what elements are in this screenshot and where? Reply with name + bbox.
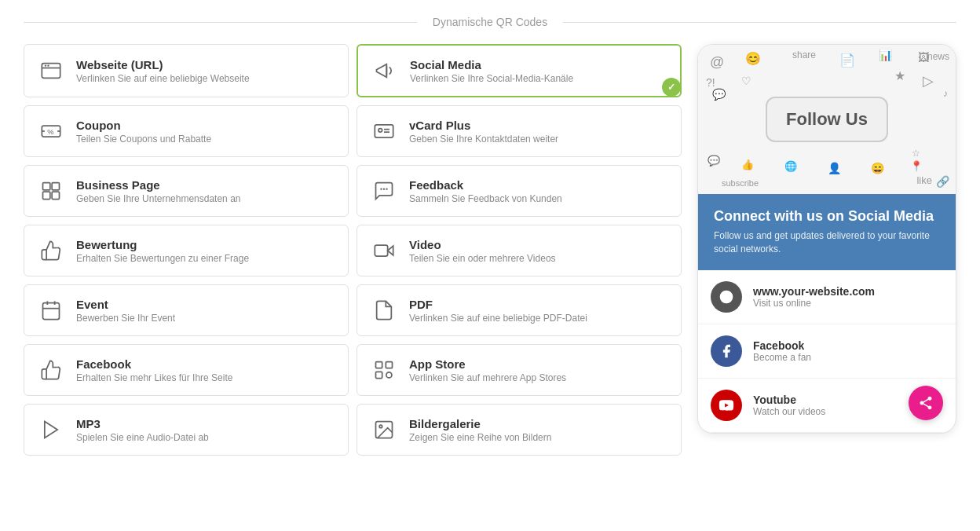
card-desc-mp3: Spielen Sie eine Audio-Datei ab [76, 432, 209, 443]
follow-us-text: Follow Us [786, 109, 868, 129]
card-icon-social-media [371, 57, 399, 85]
card-event[interactable]: Event Bewerben Sie Ihr Event [24, 284, 349, 336]
smiley-icon: 😊 [745, 51, 761, 66]
chat-icon: 💬 [712, 88, 726, 101]
card-desc-vcard: Geben Sie Ihre Kontaktdaten weiter [409, 134, 558, 145]
svg-text:%: % [47, 128, 53, 136]
social-avatar-facebook [711, 335, 742, 367]
chat2-icon: 💬 [708, 155, 720, 167]
page-icon: 📄 [839, 53, 855, 68]
card-title-webseite: Webseite (URL) [76, 58, 250, 71]
card-coupon[interactable]: % Coupon Teilen Sie Coupons und Rabatte [24, 105, 349, 157]
social-info-header: Connect with us on Social Media Follow u… [698, 194, 956, 270]
card-title-bewertung: Bewertung [76, 238, 249, 251]
svg-rect-8 [375, 125, 393, 137]
play-icon: ▷ [923, 72, 934, 90]
card-desc-bewertung: Erhalten Sie Bewertungen zu einer Frage [76, 253, 249, 264]
card-desc-appstore: Verlinken Sie auf mehrere App Stores [409, 372, 566, 383]
svg-marker-29 [45, 422, 57, 438]
star2-icon: ☆ [912, 148, 920, 159]
card-webseite[interactable]: Webseite (URL) Verlinken Sie auf eine be… [24, 44, 349, 97]
svg-rect-19 [375, 245, 387, 256]
news-text-icon: news [927, 51, 949, 62]
card-bewertung[interactable]: Bewertung Erhalten Sie Bewertungen zu ei… [24, 225, 349, 276]
card-icon-facebook [37, 356, 65, 384]
preview-panel: @ 😊 share 📄 📊 🖼 news ?! ♡ ▷ 💬 ♪ 💬 👍 [697, 44, 956, 456]
map-icon: 📍 [910, 160, 923, 172]
card-title-social-media: Social Media [410, 58, 573, 71]
page-title-bar: Dynamische QR Codes [24, 16, 956, 28]
card-social-media[interactable]: Social Media Verlinken Sie Ihre Social-M… [357, 44, 682, 97]
social-avatar-globe [711, 281, 742, 313]
card-business[interactable]: Business Page Geben Sie Ihre Unternehmen… [24, 165, 349, 217]
card-icon-video [370, 236, 398, 265]
card-mp3[interactable]: MP3 Spielen Sie eine Audio-Datei ab [24, 404, 349, 456]
svg-point-9 [378, 129, 382, 133]
card-feedback[interactable]: Feedback Sammeln Sie Feedback von Kunden [357, 165, 682, 217]
svg-point-31 [379, 425, 382, 428]
card-icon-event [37, 296, 65, 324]
card-desc-event: Bewerben Sie Ihr Event [76, 313, 175, 324]
card-icon-appstore [370, 356, 398, 384]
card-icon-vcard [370, 117, 398, 145]
card-desc-webseite: Verlinken Sie auf eine beliebige Webseit… [76, 73, 250, 84]
svg-rect-0 [42, 64, 60, 79]
card-icon-mp3 [37, 416, 65, 444]
card-title-appstore: App Store [409, 357, 566, 371]
svg-rect-15 [52, 192, 59, 199]
social-item-facebook[interactable]: Facebook Become a fan [698, 324, 956, 379]
card-vcard[interactable]: vCard Plus Geben Sie Ihre Kontaktdaten w… [357, 105, 682, 157]
thumb-icon: 👍 [741, 159, 754, 170]
note-icon: ♪ [943, 88, 948, 99]
social-links-wrapper: www.your-website.com Visit us online Fac… [698, 270, 956, 433]
card-desc-bildergalerie: Zeigen Sie eine Reihe von Bildern [409, 432, 551, 443]
social-avatar-youtube [711, 390, 742, 421]
card-appstore[interactable]: App Store Verlinken Sie auf mehrere App … [357, 344, 682, 396]
card-video[interactable]: Video Teilen Sie ein oder mehrere Videos [357, 225, 682, 276]
card-bildergalerie[interactable]: Bildergalerie Zeigen Sie eine Reihe von … [357, 404, 682, 456]
share-fab-button[interactable] [909, 386, 943, 420]
social-link-name-facebook: Facebook [753, 339, 811, 352]
like-text-icon: like [916, 174, 932, 186]
card-title-facebook: Facebook [76, 357, 232, 371]
card-title-mp3: MP3 [76, 417, 209, 430]
social-item-globe[interactable]: www.your-website.com Visit us online [698, 270, 956, 324]
svg-rect-26 [386, 362, 392, 368]
svg-rect-21 [43, 303, 60, 320]
svg-point-28 [386, 372, 392, 378]
share-icon [918, 395, 934, 411]
card-desc-coupon: Teilen Sie Coupons und Rabatte [76, 134, 211, 145]
link-icon: 🔗 [936, 175, 949, 188]
share-text-icon: share [792, 49, 816, 60]
person-icon: 👤 [828, 162, 841, 174]
phone-illustration: @ 😊 share 📄 📊 🖼 news ?! ♡ ▷ 💬 ♪ 💬 👍 [698, 45, 956, 194]
card-desc-social-media: Verlinken Sie Ihre Social-Media-Kanäle [410, 73, 573, 84]
card-pdf[interactable]: PDF Verlinken Sie auf eine beliebige PDF… [357, 284, 682, 336]
card-icon-feedback [370, 177, 398, 205]
svg-rect-25 [376, 362, 382, 368]
page-title: Dynamische QR Codes [417, 16, 563, 28]
card-title-pdf: PDF [409, 298, 587, 311]
social-link-name-globe: www.your-website.com [753, 285, 875, 298]
heart-icon: ♡ [741, 75, 751, 87]
card-title-feedback: Feedback [409, 178, 562, 192]
card-facebook[interactable]: Facebook Erhalten Sie mehr Likes für Ihr… [24, 344, 349, 396]
card-title-bildergalerie: Bildergalerie [409, 417, 551, 430]
card-desc-facebook: Erhalten Sie mehr Likes für Ihre Seite [76, 372, 232, 383]
card-title-event: Event [76, 298, 175, 311]
svg-rect-14 [52, 183, 59, 190]
question-icon: ?! [706, 76, 715, 89]
card-desc-feedback: Sammeln Sie Feedback von Kunden [409, 193, 562, 204]
svg-rect-27 [376, 372, 382, 378]
card-desc-pdf: Verlinken Sie auf eine beliebige PDF-Dat… [409, 313, 587, 324]
follow-us-bubble: Follow Us [766, 97, 888, 142]
social-link-sub-facebook: Become a fan [753, 352, 811, 363]
card-title-vcard: vCard Plus [409, 119, 558, 132]
card-icon-bewertung [37, 236, 65, 265]
at-icon: @ [710, 54, 724, 71]
svg-rect-13 [43, 192, 50, 199]
card-title-coupon: Coupon [76, 119, 211, 132]
social-link-sub-globe: Visit us online [753, 298, 875, 309]
phone-mockup: @ 😊 share 📄 📊 🖼 news ?! ♡ ▷ 💬 ♪ 💬 👍 [697, 44, 956, 434]
card-title-business: Business Page [76, 178, 240, 192]
